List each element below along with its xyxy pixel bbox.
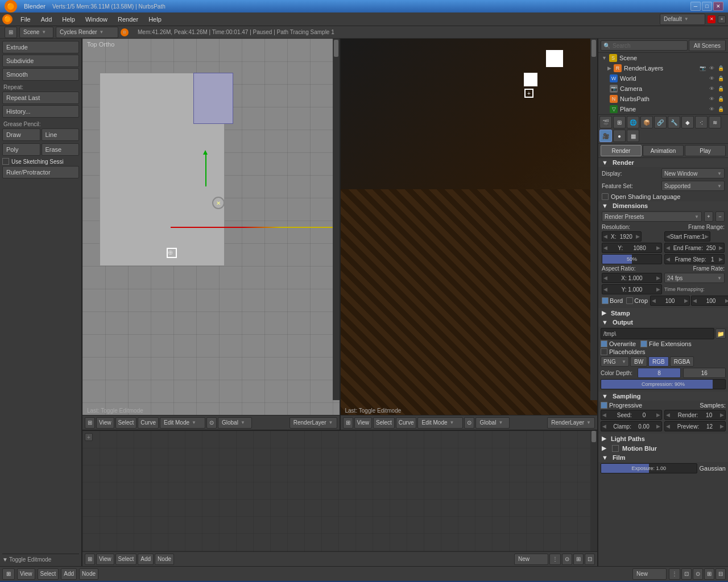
clamp-field[interactable]: ◀ Clamp: 0.00 ▶ — [601, 421, 662, 431]
cam-action-1[interactable]: 👁 — [708, 85, 715, 93]
bottom-add-btn[interactable]: Add — [61, 568, 77, 580]
prop-world[interactable]: 🌐 — [627, 116, 639, 128]
renderlayers-item[interactable]: ▶ R RenderLayers 📷 👁 🔒 — [598, 63, 728, 73]
file-ext-checkbox[interactable] — [640, 340, 647, 347]
scene-item[interactable]: ▼ S Scene — [598, 53, 728, 63]
output-header[interactable]: ▼ Output — [598, 318, 728, 327]
menu-render[interactable]: Render — [113, 15, 143, 24]
prop-render[interactable]: 🎬 — [599, 116, 612, 128]
b-icon-3[interactable]: ⊙ — [693, 568, 703, 580]
prop-scene[interactable]: ⊞ — [613, 116, 626, 128]
progressive-checkbox[interactable] — [601, 402, 607, 409]
vp-right-renderlayer-dropdown[interactable]: RenderLayer ▼ — [547, 417, 595, 429]
stamp-header[interactable]: ▶ Stamp — [598, 308, 728, 318]
plane-item[interactable]: ▽ Plane 👁 🔒 — [598, 104, 728, 114]
b-icon-2[interactable]: ⊡ — [681, 568, 692, 580]
p-action-1[interactable]: 👁 — [708, 105, 715, 113]
motion-blur-checkbox[interactable] — [612, 445, 619, 452]
render-section-header[interactable]: ▼ Render — [598, 158, 728, 167]
presets-add-btn[interactable]: + — [704, 211, 713, 222]
menu-help2[interactable]: Help — [144, 15, 166, 24]
b-icon-5[interactable]: ⊟ — [715, 568, 726, 580]
vp-scrollbar-left[interactable] — [333, 39, 340, 400]
rl-action-2[interactable]: 👁 — [708, 64, 715, 72]
vp-right-nav-btn[interactable]: ⊞ — [343, 417, 353, 429]
close-button[interactable]: ✕ — [713, 2, 723, 11]
camera-item[interactable]: 📷 Camera 👁 🔒 — [598, 84, 728, 94]
vp-right-curve-btn[interactable]: Curve — [396, 417, 417, 429]
erase-button[interactable]: Erase — [42, 143, 80, 156]
bottom-view-btn[interactable]: View — [17, 568, 35, 580]
frame-rate-dropdown[interactable]: 24 fps ▼ — [664, 273, 725, 283]
display-dropdown[interactable]: New Window ▼ — [661, 168, 725, 178]
vp-right-view-btn[interactable]: View — [354, 417, 373, 429]
crop-toggle[interactable] — [626, 297, 633, 304]
b-icon-1[interactable]: ⋮ — [669, 568, 680, 580]
node-node-btn[interactable]: Node — [155, 554, 174, 565]
vp-pivot-btn[interactable]: ⊙ — [206, 417, 217, 429]
res-percent-slider[interactable]: 50% — [602, 254, 662, 264]
n-action-1[interactable]: 👁 — [708, 95, 715, 103]
seed-field[interactable]: ◀ Seed: 0 ▶ — [601, 410, 662, 420]
vp-scrollbar-right[interactable] — [590, 39, 597, 400]
node-add-btn[interactable]: Add — [138, 554, 154, 565]
world-item[interactable]: W World 👁 🔒 — [598, 73, 728, 84]
compression-slider[interactable]: Compression: 90% — [601, 379, 726, 389]
rgb-btn[interactable]: RGB — [648, 356, 669, 367]
overwrite-checkbox[interactable] — [601, 340, 607, 347]
menu-window[interactable]: Window — [81, 15, 112, 24]
node-btn-1[interactable]: ⋮ — [549, 554, 561, 565]
line-button[interactable]: Line — [42, 128, 80, 141]
w-action-1[interactable]: 👁 — [708, 74, 715, 82]
menu-add[interactable]: Add — [36, 15, 57, 24]
history-button[interactable]: History... — [2, 105, 79, 118]
feature-set-dropdown[interactable]: Supported ▼ — [661, 181, 725, 191]
prop-particles[interactable]: ·: — [695, 116, 708, 128]
cam-action-2[interactable]: 🔒 — [717, 85, 725, 93]
vp-right-pivot-btn[interactable]: ⊙ — [464, 417, 474, 429]
bw-btn[interactable]: BW — [630, 356, 647, 367]
remap-old-field[interactable]: ◀ 100 ▶ — [650, 296, 690, 306]
depth-8-btn[interactable]: 8 — [638, 368, 680, 378]
play-tab[interactable]: Play — [685, 145, 726, 156]
exposure-slider[interactable]: Exposure: 1.00 — [601, 463, 697, 473]
bottom-nav-btn[interactable]: ⊞ — [2, 568, 15, 580]
prop-modifiers[interactable]: 🔧 — [668, 116, 680, 128]
scene-del-btn[interactable]: ✕ — [708, 15, 715, 23]
scroll-thumb-bottom[interactable] — [592, 431, 596, 442]
context-dropdown[interactable]: Scene ▼ — [19, 27, 53, 38]
prop-constraints[interactable]: 🔗 — [654, 116, 667, 128]
vp-renderlayer-dropdown[interactable]: RenderLayer ▼ — [289, 417, 337, 429]
aspect-y-field[interactable]: ◀ Y: 1.000 ▶ — [602, 284, 662, 294]
render-presets-dropdown[interactable]: Render Presets ▼ — [602, 211, 702, 222]
use-sketching-checkbox[interactable] — [2, 158, 9, 165]
vp-transform-dropdown[interactable]: Global ▼ — [218, 417, 252, 429]
minimize-button[interactable]: ─ — [690, 2, 701, 11]
bottom-node-btn[interactable]: Node — [79, 568, 98, 580]
viewport-render[interactable]: + Last: Toggle Editmode (1) NurbsPath ⊞ … — [341, 39, 598, 430]
prop-object[interactable]: 📦 — [640, 116, 653, 128]
scene-dropdown[interactable]: Default ▼ — [660, 14, 705, 25]
output-path-input[interactable]: /tmp\ — [601, 328, 714, 339]
vp-nav-btn[interactable]: ⊞ — [85, 417, 95, 429]
maximize-button[interactable]: □ — [702, 2, 712, 11]
res-y-field[interactable]: ◀ Y: 1080 ▶ — [602, 243, 662, 253]
node-editor-plus[interactable]: + — [85, 433, 93, 441]
bottom-new-btn[interactable]: New — [632, 568, 667, 580]
blender-menu-logo[interactable]: 🟠 — [2, 14, 13, 24]
vp-right-transform-dropdown[interactable]: Global ▼ — [475, 417, 510, 429]
menu-help[interactable]: Help — [57, 15, 80, 24]
node-btn-2[interactable]: ⊙ — [562, 554, 572, 565]
presets-del-btn[interactable]: − — [715, 211, 725, 222]
repeat-last-button[interactable]: Repeat Last — [2, 92, 79, 104]
sampling-header[interactable]: ▼ Sampling — [598, 392, 728, 401]
frame-step-field[interactable]: ◀ Frame Step: 1 ▶ — [664, 254, 725, 264]
all-scenes-btn[interactable]: All Scenes — [689, 40, 726, 51]
depth-16-btn[interactable]: 16 — [683, 368, 726, 378]
prop-render-active[interactable]: 🎥 — [599, 130, 612, 142]
format-dropdown[interactable]: PNG ▼ — [601, 356, 629, 367]
rl-action-3[interactable]: 🔒 — [717, 64, 725, 72]
vp-select-btn[interactable]: Select — [115, 417, 137, 429]
view-nav[interactable]: ⊞ — [5, 27, 17, 38]
viewport-top-ortho[interactable]: ⊕ ✕ Top Ortho Last: Toggle Editmode (1) … — [82, 39, 341, 430]
